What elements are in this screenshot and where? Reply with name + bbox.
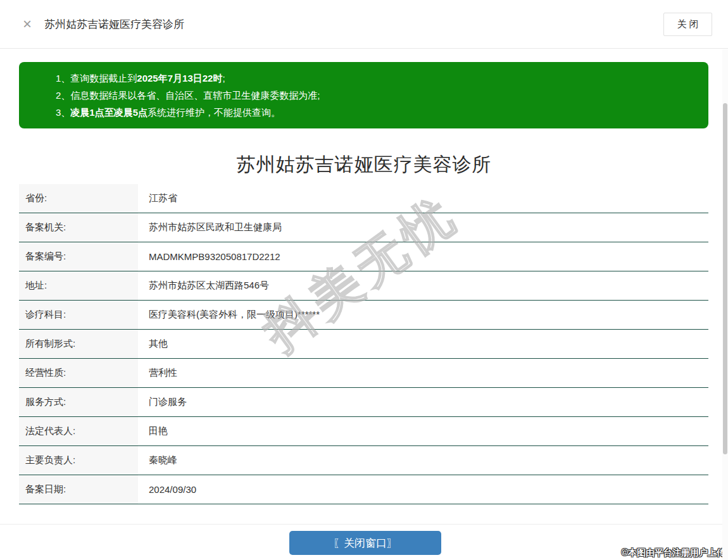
row-label: 备案机关:	[19, 213, 138, 242]
table-row: 法定代表人: 田艳	[19, 417, 708, 446]
scrollbar-track[interactable]	[722, 49, 728, 560]
row-value: 营利性	[138, 359, 177, 387]
footer-divider	[0, 524, 728, 525]
copyright-watermark: ©本图由平台注册用户上传	[622, 547, 725, 559]
row-value: 苏州市姑苏区太湖西路546号	[138, 271, 269, 300]
notice-1-tail: ;	[222, 73, 225, 84]
close-window-button[interactable]: 〖关闭窗口〗	[289, 531, 441, 555]
notice-line-1: 1、查询数据截止到2025年7月13日22时;	[56, 70, 696, 87]
row-label: 地址:	[19, 271, 138, 300]
notice-box: 1、查询数据截止到2025年7月13日22时; 2、信息数据结果以各省、自治区、…	[19, 62, 708, 128]
row-label: 备案日期:	[19, 475, 138, 504]
row-value: 江苏省	[138, 184, 177, 213]
table-row: 备案编号: MADMKMPB932050817D2212	[19, 242, 708, 271]
row-label: 诊疗科目:	[19, 301, 138, 329]
table-row: 备案机关: 苏州市姑苏区民政和卫生健康局	[19, 213, 708, 242]
notice-2-text: 2、信息数据结果以各省、自治区、直辖市卫生健康委数据为准;	[56, 90, 320, 101]
close-button[interactable]: 关 闭	[663, 13, 712, 36]
row-value: 秦晓峰	[138, 446, 177, 475]
notice-3-tail: 系统进行维护，不能提供查询。	[147, 107, 280, 118]
close-x-icon[interactable]: ×	[23, 16, 32, 32]
row-label: 省份:	[19, 184, 138, 213]
row-value: 医疗美容科(美容外科，限一级项目)******	[138, 301, 320, 329]
table-row: 经营性质: 营利性	[19, 359, 708, 388]
notice-line-3: 3、凌晨1点至凌晨5点系统进行维护，不能提供查询。	[56, 104, 696, 121]
table-row: 诊疗科目: 医疗美容科(美容外科，限一级项目)******	[19, 301, 708, 330]
row-label: 所有制形式:	[19, 330, 138, 358]
notice-3-text: 3、	[56, 107, 70, 118]
row-value: 田艳	[138, 417, 168, 445]
row-label: 经营性质:	[19, 359, 138, 387]
row-value: 其他	[138, 330, 168, 358]
row-value: MADMKMPB932050817D2212	[138, 242, 280, 271]
row-label: 主要负责人:	[19, 446, 138, 475]
row-value: 门诊服务	[138, 388, 187, 416]
row-label: 法定代表人:	[19, 417, 138, 445]
table-row: 地址: 苏州市姑苏区太湖西路546号	[19, 271, 708, 301]
table-row: 备案日期: 2024/09/30	[19, 475, 708, 504]
table-row: 所有制形式: 其他	[19, 330, 708, 359]
notice-line-2: 2、信息数据结果以各省、自治区、直辖市卫生健康委数据为准;	[56, 87, 696, 104]
table-row: 省份: 江苏省	[19, 184, 708, 213]
notice-1-bold: 2025年7月13日22时	[137, 73, 222, 84]
scrollbar-thumb[interactable]	[723, 103, 727, 454]
row-label: 服务方式:	[19, 388, 138, 416]
top-bar: × 苏州姑苏吉诺娅医疗美容诊所 关 闭	[0, 0, 728, 49]
window-title: 苏州姑苏吉诺娅医疗美容诊所	[44, 17, 184, 32]
table-row: 主要负责人: 秦晓峰	[19, 446, 708, 475]
table-row: 服务方式: 门诊服务	[19, 388, 708, 417]
page-title: 苏州姑苏吉诺娅医疗美容诊所	[0, 152, 728, 178]
row-value: 苏州市姑苏区民政和卫生健康局	[138, 213, 282, 242]
row-value: 2024/09/30	[138, 475, 196, 504]
notice-1-text: 1、查询数据截止到	[56, 73, 137, 84]
row-label: 备案编号:	[19, 242, 138, 271]
record-table: 省份: 江苏省 备案机关: 苏州市姑苏区民政和卫生健康局 备案编号: MADMK…	[19, 184, 708, 504]
notice-3-bold: 凌晨1点至凌晨5点	[70, 107, 147, 118]
